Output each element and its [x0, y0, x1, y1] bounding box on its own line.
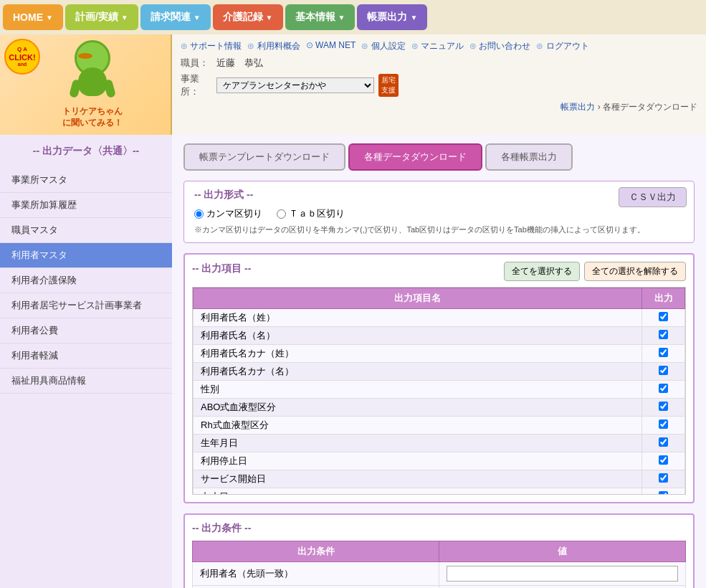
items-col-name: 出力項目名 [194, 288, 642, 309]
sidebar-item-jigyosho-master[interactable]: 事業所マスタ [0, 168, 172, 193]
item-checkbox-cell [642, 452, 685, 470]
format-section: -- 出力形式 -- ＣＳＶ出力 カンマ区切り Ｔａｂ区切り ※カンマ区切りはデ… [183, 181, 695, 243]
link-support[interactable]: サポート情報 [181, 40, 242, 52]
item-checkbox[interactable] [659, 384, 668, 393]
item-name: 利用者氏名（名） [194, 327, 642, 345]
item-name: 生年月日 [194, 435, 642, 452]
item-checkbox[interactable] [659, 402, 668, 411]
item-name: 中止日 [194, 488, 642, 495]
tab-ledger-output[interactable]: 各種帳票出力 [485, 143, 573, 171]
sidebar-item-user-master[interactable]: 利用者マスタ [0, 243, 172, 268]
tab-data-download[interactable]: 各種データダウンロード [348, 143, 482, 171]
breadcrumb: 帳票出力 › 各種データダウンロード [181, 101, 697, 113]
logo-area: Q A CLICK! and トリケアちゃんに聞いてみる！ [0, 34, 172, 135]
nav-ledger-label: 帳票出力 [367, 11, 407, 24]
items-header-row: -- 出力項目 -- 全てを選択する 全ての選択を解除する [192, 262, 686, 281]
condition-input-username[interactable] [447, 566, 678, 582]
nav-basic-label: 基本情報 [295, 11, 335, 24]
item-checkbox-cell [642, 399, 685, 417]
condition-row-office: 事業所アカウント [193, 586, 686, 589]
items-table-scroll[interactable]: 出力項目名 出力 利用者氏名（姓） 利用者氏名（名） 利用者氏名カナ（姓） [192, 287, 686, 495]
tab-template-download[interactable]: 帳票テンプレートダウンロード [183, 143, 345, 171]
nav-ledger-arrow: ▼ [410, 14, 417, 22]
item-checkbox[interactable] [659, 473, 668, 483]
item-checkbox-cell [642, 345, 685, 363]
office-select[interactable]: ケアプランセンターおかや [216, 77, 374, 93]
item-checkbox-cell [642, 417, 685, 435]
format-section-title: -- 出力形式 -- [194, 189, 684, 201]
sidebar-item-user-reduction[interactable]: 利用者軽減 [0, 343, 172, 369]
item-name: 利用者氏名カナ（名） [194, 363, 642, 381]
nav-home-button[interactable]: HOME ▼ [3, 4, 63, 30]
content-area: 帳票テンプレートダウンロード 各種データダウンロード 各種帳票出力 -- 出力形… [172, 135, 706, 588]
user-name: 近藤 恭弘 [216, 57, 263, 70]
sidebar-item-staff-master[interactable]: 職員マスタ [0, 218, 172, 243]
format-comma-radio[interactable] [194, 209, 204, 219]
home-support-badge: 居宅支援 [378, 74, 399, 97]
conditions-table: 出力条件 値 利用者名（先頭一致） 事業所アカウント [192, 541, 686, 588]
conditions-col-value: 値 [439, 541, 686, 562]
main-layout: -- 出力データ〈共通〉-- 事業所マスタ 事業所加算履歴 職員マスタ 利用者マ… [0, 135, 706, 588]
sidebar-item-user-insurance[interactable]: 利用者介護保険 [0, 268, 172, 293]
item-checkbox-cell [642, 435, 685, 452]
items-table: 出力項目名 出力 利用者氏名（姓） 利用者氏名（名） 利用者氏名カナ（姓） [193, 288, 685, 495]
item-checkbox[interactable] [659, 312, 668, 321]
link-personal[interactable]: 個人設定 [361, 40, 405, 52]
office-label: 事業所： [181, 72, 216, 98]
condition-value-username [439, 562, 686, 586]
item-checkbox[interactable] [659, 348, 668, 357]
nav-plan-button[interactable]: 計画/実績 ▼ [65, 4, 138, 30]
sidebar-item-user-public-expense[interactable]: 利用者公費 [0, 318, 172, 343]
item-name: 利用者氏名（姓） [194, 309, 642, 327]
deselect-all-button[interactable]: 全ての選択を解除する [584, 262, 686, 281]
sidebar-item-user-service-plan[interactable]: 利用者居宅サービス計画事業者 [0, 293, 172, 318]
format-comma-label[interactable]: カンマ区切り [194, 207, 262, 220]
item-checkbox[interactable] [659, 437, 668, 447]
select-all-button[interactable]: 全てを選択する [504, 262, 580, 281]
table-row: 利用者氏名（名） [194, 327, 685, 345]
format-tab-label[interactable]: Ｔａｂ区切り [277, 207, 345, 220]
logo-text: トリケアちゃんに聞いてみる！ [62, 106, 123, 128]
nav-care-button[interactable]: 介護記録 ▼ [213, 4, 283, 30]
sidebar-item-welfare-goods[interactable]: 福祉用具商品情報 [0, 369, 172, 394]
link-contact[interactable]: お問い合わせ [469, 40, 530, 52]
nav-care-arrow: ▼ [266, 14, 273, 22]
item-name: 性別 [194, 381, 642, 399]
link-manual[interactable]: マニュアル [411, 40, 464, 52]
sidebar-item-jigyosho-history[interactable]: 事業所加算履歴 [0, 193, 172, 218]
item-checkbox-cell [642, 381, 685, 399]
item-checkbox[interactable] [659, 366, 668, 375]
item-checkbox[interactable] [659, 419, 668, 429]
table-row: 利用者氏名カナ（姓） [194, 345, 685, 363]
table-row: ABO式血液型区分 [194, 399, 685, 417]
format-tab-radio[interactable] [277, 209, 286, 219]
link-logout[interactable]: ログアウト [536, 40, 588, 52]
table-row: 生年月日 [194, 435, 685, 452]
table-row: 利用停止日 [194, 452, 685, 470]
item-checkbox-cell [642, 309, 685, 327]
item-name: サービス開始日 [194, 470, 642, 488]
nav-ledger-button[interactable]: 帳票出力 ▼ [357, 4, 427, 30]
nav-billing-button[interactable]: 請求関連 ▼ [140, 4, 211, 30]
format-tab-text: Ｔａｂ区切り [289, 207, 345, 220]
link-wam[interactable]: WAM NET [306, 40, 356, 52]
item-checkbox[interactable] [659, 491, 668, 495]
item-checkbox[interactable] [659, 330, 668, 339]
item-name: 利用者氏名カナ（姓） [194, 345, 642, 363]
link-pricing[interactable]: 利用料概会 [247, 40, 300, 52]
format-note: ※カンマ区切りはデータの区切りを半角カンマ(,)で区切り、Tab区切りはデータの… [194, 224, 684, 235]
breadcrumb-current: 各種データダウンロード [603, 102, 697, 112]
nav-care-label: 介護記録 [223, 11, 263, 24]
nav-billing-label: 請求関連 [151, 11, 191, 24]
breadcrumb-link[interactable]: 帳票出力 [560, 102, 595, 112]
nav-basic-button[interactable]: 基本情報 ▼ [285, 4, 356, 30]
csv-output-top-button[interactable]: ＣＳＶ出力 [619, 187, 687, 207]
nav-home-arrow: ▼ [46, 14, 53, 22]
item-checkbox[interactable] [659, 455, 668, 465]
item-name: ABO式血液型区分 [194, 399, 642, 417]
nav-home-label: HOME [13, 11, 43, 23]
item-name: 利用停止日 [194, 452, 642, 470]
item-checkbox-cell [642, 363, 685, 381]
nav-plan-label: 計画/実績 [75, 11, 118, 24]
table-row: 性別 [194, 381, 685, 399]
